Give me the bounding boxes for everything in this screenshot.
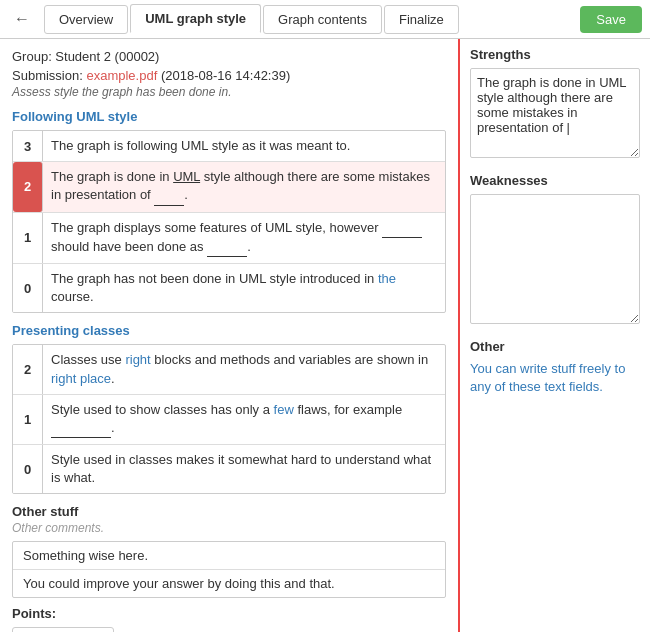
rubric-score-c2: 2 [13, 345, 43, 393]
back-button[interactable]: ← [8, 8, 36, 30]
left-panel: Group: Student 2 (00002) Submission: exa… [0, 39, 460, 632]
rubric-score-0: 0 [13, 264, 43, 312]
tab-overview[interactable]: Overview [44, 5, 128, 34]
other-title: Other [470, 339, 640, 354]
other-stuff-title: Other stuff [12, 504, 446, 519]
next-page-button[interactable]: Next page → [12, 627, 114, 632]
submission-date: (2018-08-16 14:42:39) [161, 68, 290, 83]
rubric-box-classes: 2 Classes use right blocks and methods a… [12, 344, 446, 494]
rubric-row[interactable]: 0 The graph has not been done in UML sty… [13, 264, 445, 312]
section-title-uml: Following UML style [12, 109, 446, 124]
rubric-score-1: 1 [13, 213, 43, 263]
rubric-text-c1: Style used to show classes has only a fe… [43, 395, 445, 444]
rubric-row[interactable]: 1 Style used to show classes has only a … [13, 395, 445, 445]
rubric-text-c2: Classes use right blocks and methods and… [43, 345, 445, 393]
submission-label: Submission: example.pdf (2018-08-16 14:4… [12, 68, 446, 83]
rubric-row[interactable]: 1 The graph displays some features of UM… [13, 213, 445, 264]
rubric-text-c0: Style used in classes makes it somewhat … [43, 445, 445, 493]
rubric-text-3: The graph is following UML style as it w… [43, 131, 445, 161]
section-title-classes: Presenting classes [12, 323, 446, 338]
strengths-title: Strengths [470, 47, 640, 62]
tab-uml-graph-style[interactable]: UML graph style [130, 4, 261, 34]
weaknesses-section: Weaknesses [470, 173, 640, 327]
comment-cell: Something wise here. [13, 542, 158, 569]
tab-finalize[interactable]: Finalize [384, 5, 459, 34]
rubric-row[interactable]: 2 The graph is done in UML style althoug… [13, 162, 445, 212]
rubric-text-1: The graph displays some features of UML … [43, 213, 445, 263]
other-section: Other You can write stuff freely to any … [470, 339, 640, 396]
weaknesses-textarea[interactable] [470, 194, 640, 324]
rubric-box-uml: 3 The graph is following UML style as it… [12, 130, 446, 313]
strengths-textarea[interactable]: The graph is done in UML style although … [470, 68, 640, 158]
nav-bar: ← Overview UML graph style Graph content… [0, 0, 650, 39]
rubric-score-c1: 1 [13, 395, 43, 444]
main-layout: Group: Student 2 (00002) Submission: exa… [0, 39, 650, 632]
weaknesses-title: Weaknesses [470, 173, 640, 188]
rubric-text-2: The graph is done in UML style although … [43, 162, 445, 211]
points-label: Points: [12, 606, 446, 621]
other-comments-label: Other comments. [12, 521, 446, 535]
rubric-row[interactable]: 2 Classes use right blocks and methods a… [13, 345, 445, 394]
rubric-score-2: 2 [13, 162, 43, 211]
rubric-text-0: The graph has not been done in UML style… [43, 264, 445, 312]
comments-box: Something wise here. You could improve y… [12, 541, 446, 598]
rubric-row[interactable]: 3 The graph is following UML style as it… [13, 131, 445, 162]
rubric-row[interactable]: 0 Style used in classes makes it somewha… [13, 445, 445, 493]
rubric-score-3: 3 [13, 131, 43, 161]
comment-row: You could improve your answer by doing t… [13, 570, 445, 597]
tab-graph-contents[interactable]: Graph contents [263, 5, 382, 34]
rubric-score-c0: 0 [13, 445, 43, 493]
assess-label: Assess style the graph has been done in. [12, 85, 446, 99]
other-note: You can write stuff freely to any of the… [470, 360, 640, 396]
comment-cell: You could improve your answer by doing t… [13, 570, 345, 597]
strengths-section: Strengths The graph is done in UML style… [470, 47, 640, 161]
submission-link[interactable]: example.pdf [86, 68, 157, 83]
save-button[interactable]: Save [580, 6, 642, 33]
group-label: Group: Student 2 (00002) [12, 49, 446, 64]
right-panel: Strengths The graph is done in UML style… [460, 39, 650, 632]
comment-row: Something wise here. [13, 542, 445, 570]
